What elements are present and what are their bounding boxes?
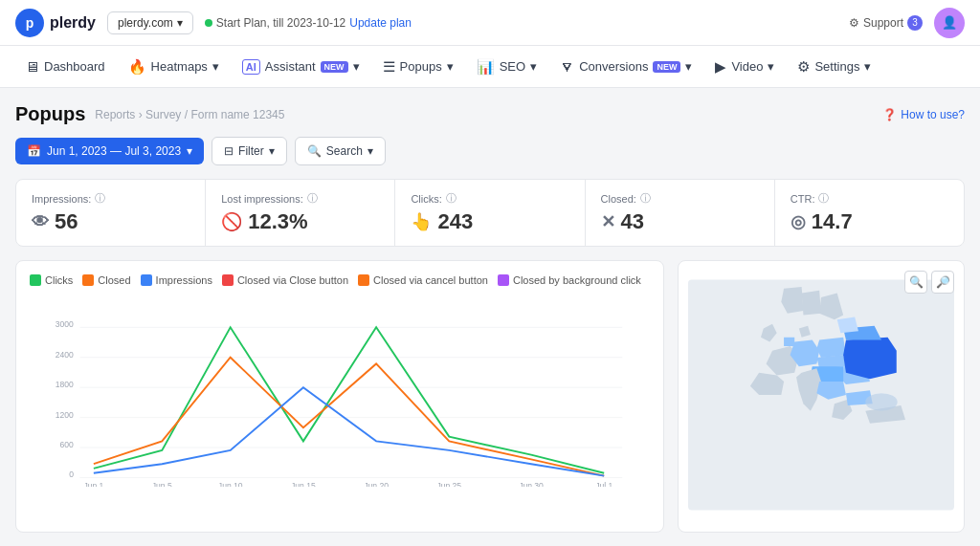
stat-lost-value: 🚫 12.3%	[221, 209, 379, 234]
stat-closed-value: ✕ 43	[601, 209, 759, 234]
chevron-down-icon: ▾	[368, 144, 373, 158]
close-icon: ✕	[601, 211, 615, 232]
info-icon: ⓘ	[818, 191, 829, 206]
stat-ctr-label: CTR: ⓘ	[791, 191, 948, 206]
svg-text:0: 0	[69, 470, 74, 479]
video-icon: ▶	[715, 58, 726, 76]
line-chart: 0 600 1200 1800 2400 3000 Jun 1 Jun 5 Ju…	[30, 295, 650, 487]
legend-closed-label: Closed	[98, 274, 130, 286]
svg-text:600: 600	[60, 440, 75, 449]
chevron-down-icon: ▾	[177, 16, 183, 30]
page-header: Popups Reports › Survey / Form name 1234…	[15, 103, 965, 125]
stat-clicks-label: Clicks: ⓘ	[411, 191, 568, 206]
legend-background-click-dot	[498, 274, 509, 286]
filter-button[interactable]: ⊟ Filter ▾	[212, 137, 287, 165]
content-row: Clicks Closed Impressions Closed via Clo…	[15, 260, 965, 533]
topbar: p plerdy plerdy.com ▾ Start Plan, till 2…	[0, 0, 980, 46]
search-button[interactable]: 🔍 Search ▾	[295, 137, 386, 165]
info-icon: ⓘ	[446, 191, 457, 206]
eye-icon: 👁	[32, 212, 49, 232]
nav-item-heatmaps[interactable]: 🔥 Heatmaps ▾	[119, 53, 229, 81]
how-to-use-link[interactable]: ❓ How to use?	[882, 108, 965, 121]
support-button[interactable]: ⚙ Support 3	[849, 15, 923, 31]
stat-ctr: CTR: ⓘ ◎ 14.7	[775, 180, 964, 246]
breadcrumb: Reports › Survey / Form name 12345	[95, 108, 284, 121]
legend-closed-dot	[82, 274, 94, 286]
chevron-down-icon: ▾	[530, 59, 537, 74]
date-range-label: Jun 1, 2023 — Jul 3, 2023	[47, 144, 181, 158]
assistant-icon: AI	[242, 59, 260, 75]
map-zoom-out-button[interactable]: 🔎	[931, 271, 954, 294]
support-label: Support	[863, 16, 903, 30]
topbar-right: ⚙ Support 3 👤	[849, 8, 965, 38]
nav-item-assistant[interactable]: AI Assistant NEW ▾	[233, 54, 369, 80]
dashboard-icon: 🖥	[25, 58, 39, 75]
support-icon: ⚙	[849, 16, 859, 30]
avatar[interactable]: 👤	[934, 8, 965, 38]
stat-ctr-value: ◎ 14.7	[791, 209, 948, 234]
calendar-icon: 📅	[27, 144, 41, 158]
nav-label-dashboard: Dashboard	[44, 59, 105, 74]
nav-item-seo[interactable]: 📊 SEO ▾	[467, 53, 546, 81]
chevron-down-icon: ▾	[864, 59, 871, 74]
svg-text:2400: 2400	[56, 350, 74, 360]
stat-clicks: Clicks: ⓘ 👆 243	[395, 180, 585, 246]
nav-item-conversions[interactable]: ⛛ Conversions NEW ▾	[550, 53, 702, 80]
info-icon: ⓘ	[95, 191, 105, 206]
stat-impressions-label: Impressions: ⓘ	[32, 191, 189, 206]
lost-icon: 🚫	[221, 211, 242, 232]
nav-item-dashboard[interactable]: 🖥 Dashboard	[15, 53, 115, 80]
map-controls: 🔍 🔎	[904, 271, 954, 294]
page-title-row: Popups Reports › Survey / Form name 1234…	[15, 103, 284, 125]
update-plan-link[interactable]: Update plan	[349, 16, 412, 30]
nav-label-popups: Popups	[400, 59, 442, 74]
chevron-down-icon: ▾	[269, 144, 275, 158]
svg-text:1200: 1200	[56, 410, 74, 420]
avatar-placeholder: 👤	[942, 15, 957, 30]
plan-info: Start Plan, till 2023-10-12 Update plan	[205, 16, 412, 30]
svg-text:Jun 1: Jun 1	[83, 481, 103, 487]
stat-closed: Closed: ⓘ ✕ 43	[586, 180, 775, 246]
nav-item-popups[interactable]: ☰ Popups ▾	[373, 53, 463, 81]
conversions-icon: ⛛	[560, 58, 574, 75]
legend-close-button: Closed via Close button	[222, 274, 348, 286]
popups-icon: ☰	[383, 58, 395, 76]
legend-cancel-button-label: Closed via cancel button	[373, 274, 488, 286]
page-title: Popups	[15, 103, 85, 125]
nav-label-conversions: Conversions	[579, 59, 648, 74]
how-to-use-label: How to use?	[901, 108, 965, 121]
legend-closed: Closed	[82, 274, 130, 286]
seo-icon: 📊	[477, 58, 495, 76]
svg-text:Jun 10: Jun 10	[218, 481, 243, 487]
conversions-badge: NEW	[653, 61, 680, 73]
legend-clicks-label: Clicks	[45, 274, 73, 286]
nav-label-settings: Settings	[814, 59, 859, 74]
map-zoom-in-button[interactable]: 🔍	[904, 271, 927, 294]
date-range-button[interactable]: 📅 Jun 1, 2023 — Jul 3, 2023 ▾	[15, 138, 204, 164]
filter-label: Filter	[238, 144, 264, 158]
logo-text: plerdy	[50, 14, 96, 32]
heatmaps-icon: 🔥	[128, 58, 146, 76]
plan-dot-icon	[205, 19, 212, 27]
question-icon: ❓	[882, 108, 897, 121]
svg-text:Jul 1: Jul 1	[595, 481, 612, 487]
logo-icon: p	[15, 9, 44, 37]
nav-item-video[interactable]: ▶ Video ▾	[705, 53, 784, 81]
nav-item-settings[interactable]: ⚙ Settings ▾	[788, 53, 880, 81]
svg-point-21	[865, 393, 897, 411]
domain-selector[interactable]: plerdy.com ▾	[107, 11, 193, 34]
nav-bar: 🖥 Dashboard 🔥 Heatmaps ▾ AI Assistant NE…	[0, 46, 980, 88]
domain-value: plerdy.com	[118, 16, 173, 30]
settings-icon: ⚙	[797, 58, 810, 76]
legend-cancel-button-dot	[358, 274, 369, 286]
chart-panel: Clicks Closed Impressions Closed via Clo…	[15, 260, 664, 533]
svg-text:3000: 3000	[56, 319, 74, 329]
filter-icon: ⊟	[224, 144, 234, 158]
nav-label-assistant: Assistant	[265, 59, 316, 74]
stat-impressions: Impressions: ⓘ 👁 56	[16, 180, 206, 246]
stat-lost-label: Lost impressions: ⓘ	[221, 191, 379, 206]
info-icon: ⓘ	[307, 191, 318, 206]
legend-cancel-button: Closed via cancel button	[358, 274, 488, 286]
click-icon: 👆	[411, 211, 432, 232]
info-icon: ⓘ	[640, 191, 651, 206]
